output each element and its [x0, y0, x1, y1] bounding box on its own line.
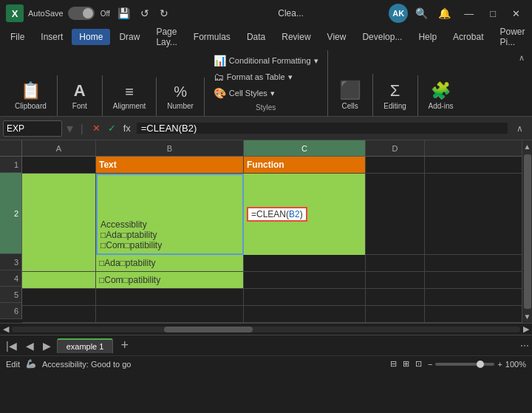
clipboard-items: 📋 Clipboard	[10, 78, 51, 113]
title-bar-left: X AutoSave Off 💾 ↺ ↻	[6, 4, 193, 22]
sheet-tab-example1[interactable]: example 1	[57, 338, 114, 353]
col-header-d[interactable]: D	[366, 140, 425, 156]
zoom-slider[interactable]	[435, 363, 494, 366]
menu-review[interactable]: Review	[274, 29, 318, 45]
cells-label: Cells	[341, 102, 358, 110]
clipboard-button[interactable]: 📋 Clipboard	[10, 78, 51, 113]
redo-icon[interactable]: ↻	[157, 6, 171, 21]
search-icon[interactable]: 🔍	[412, 6, 431, 21]
cell-a1[interactable]	[22, 157, 96, 173]
view-layout-icon[interactable]: ⊞	[403, 359, 409, 369]
col-header-b[interactable]: B	[96, 140, 244, 156]
close-button[interactable]: ✕	[506, 7, 526, 21]
cell-b5[interactable]	[96, 289, 244, 305]
format-as-table-button[interactable]: 🗂 Format as Table ▾	[211, 69, 321, 84]
accessibility-text: Accessibility: Good to go	[42, 360, 131, 369]
cell-b1[interactable]: Text	[96, 157, 244, 173]
confirm-formula-icon[interactable]: ✓	[105, 121, 119, 135]
insert-function-icon[interactable]: fx	[120, 121, 134, 135]
col-headers: A B C D	[22, 140, 522, 157]
cells-button[interactable]: ⬛ Cells	[334, 77, 366, 113]
menu-insert[interactable]: Insert	[33, 29, 70, 45]
scroll-up-arrow[interactable]: ▲	[522, 140, 532, 153]
scroll-thumb-v[interactable]	[524, 154, 531, 309]
formula-display: =CLEAN(B2)	[247, 207, 307, 222]
cell-a4[interactable]	[22, 272, 96, 288]
cell-c3[interactable]	[244, 255, 366, 271]
undo-icon[interactable]: ↺	[137, 6, 152, 21]
menu-file[interactable]: File	[3, 29, 32, 45]
name-box-chevron[interactable]: ▾	[65, 120, 75, 137]
cell-d6[interactable]	[366, 306, 425, 322]
table-row: Text Function	[22, 157, 522, 174]
cancel-formula-icon[interactable]: ✕	[89, 121, 103, 135]
menu-help[interactable]: Help	[411, 29, 444, 45]
add-sheet-button[interactable]: +	[116, 338, 133, 353]
tab-scroll-left[interactable]: ◀	[23, 338, 37, 353]
table-row	[22, 289, 522, 306]
name-box[interactable]: EXP	[3, 120, 62, 137]
cell-b4[interactable]: □Com□patibility	[96, 272, 244, 288]
zoom-in-icon[interactable]: +	[497, 360, 502, 369]
cell-c5[interactable]	[244, 289, 366, 305]
cell-c1[interactable]: Function	[244, 157, 366, 173]
save-icon[interactable]: 💾	[115, 6, 133, 21]
cell-a3[interactable]	[22, 255, 96, 271]
ribbon-collapse-button[interactable]: ∧	[516, 50, 528, 66]
cell-d1[interactable]	[366, 157, 425, 173]
cell-c2[interactable]: =CLEAN(B2)	[244, 174, 366, 255]
addins-button[interactable]: 🧩 Add-ins	[424, 78, 458, 113]
menu-view[interactable]: View	[320, 29, 354, 45]
cell-a5[interactable]	[22, 289, 96, 305]
cell-d3[interactable]	[366, 255, 425, 271]
menu-powerbi[interactable]: Power Pi...	[492, 24, 532, 50]
maximize-button[interactable]: □	[484, 7, 502, 21]
alignment-button[interactable]: ≡ Alignment	[109, 81, 150, 113]
cell-d5[interactable]	[366, 289, 425, 305]
tab-scroll-right[interactable]: ▶	[40, 338, 54, 353]
vertical-scrollbar[interactable]: ▲ ▼	[522, 140, 532, 323]
cell-styles-button[interactable]: 🎨 Cell Styles ▾	[211, 86, 321, 100]
menu-acrobat[interactable]: Acrobat	[446, 29, 491, 45]
scroll-right-arrow[interactable]: ▶	[523, 324, 529, 334]
autosave-toggle[interactable]	[68, 7, 95, 20]
editing-button[interactable]: Σ Editing	[379, 78, 412, 113]
cell-b3[interactable]: □Ada□ptability	[96, 255, 244, 271]
minimize-button[interactable]: —	[458, 7, 480, 21]
view-page-break-icon[interactable]: ⊡	[415, 359, 422, 369]
scroll-left-arrow[interactable]: ◀	[3, 324, 9, 334]
cell-a2[interactable]	[22, 174, 96, 255]
sheet-options-icon[interactable]: ⋯	[520, 341, 529, 351]
cell-d4[interactable]	[366, 272, 425, 288]
col-header-c[interactable]: C	[244, 140, 366, 156]
formula-input[interactable]	[137, 123, 508, 134]
menu-draw[interactable]: Draw	[112, 29, 147, 45]
cell-a6[interactable]	[22, 306, 96, 322]
view-normal-icon[interactable]: ⊟	[390, 359, 397, 369]
row-num-3: 3	[0, 254, 21, 270]
formula-bar-expand[interactable]: ∧	[511, 123, 529, 134]
format-as-table-icon: 🗂	[214, 71, 224, 83]
menu-developer[interactable]: Develop...	[355, 29, 409, 45]
col-header-a[interactable]: A	[22, 140, 96, 156]
cell-c6[interactable]	[244, 306, 366, 322]
scroll-track[interactable]	[12, 327, 520, 332]
cell-d2[interactable]	[366, 174, 425, 255]
cell-b6[interactable]	[96, 306, 244, 322]
conditional-formatting-button[interactable]: 📊 Conditional Formatting ▾	[211, 53, 321, 68]
zoom-out-icon[interactable]: −	[428, 360, 432, 369]
addins-icon: 🧩	[431, 81, 451, 100]
font-button[interactable]: A Font	[64, 78, 96, 113]
bell-icon[interactable]: 🔔	[435, 6, 454, 21]
menu-pagelayout[interactable]: Page Lay...	[149, 24, 184, 50]
cell-b2[interactable]: Accessiblity □Ada□ptability □Com□patibil…	[96, 174, 244, 255]
menu-data[interactable]: Data	[239, 29, 273, 45]
cell-c4[interactable]	[244, 272, 366, 288]
scroll-thumb-h[interactable]	[164, 327, 253, 332]
menu-formulas[interactable]: Formulas	[186, 29, 238, 45]
tab-scroll-left-start[interactable]: |◀	[3, 338, 20, 353]
scroll-down-arrow[interactable]: ▼	[522, 310, 532, 323]
number-button[interactable]: % Number	[163, 81, 198, 113]
cell-styles-label: Cell Styles	[229, 89, 267, 98]
menu-home[interactable]: Home	[72, 29, 110, 45]
